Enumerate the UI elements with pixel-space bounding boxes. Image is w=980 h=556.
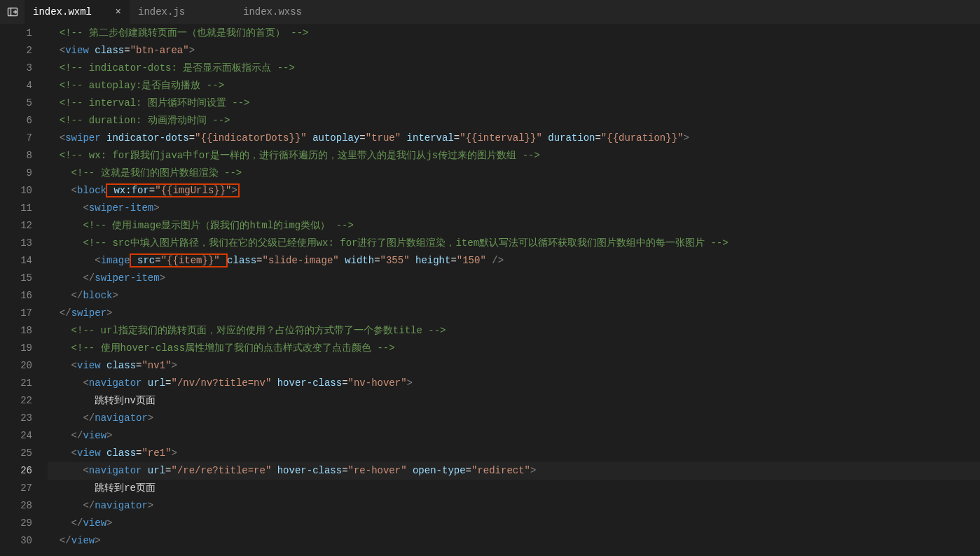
close-icon[interactable]: × [104, 6, 121, 18]
code-line[interactable]: </view> [48, 515, 980, 532]
code-editor[interactable]: 1234567891011121314151617181920212223242… [0, 25, 980, 556]
code-line[interactable]: 跳转到nv页面 [48, 392, 980, 410]
code-line[interactable]: <!-- 这就是我们的图片数组渲染 --> [48, 165, 980, 182]
code-line[interactable]: </navigator> [48, 497, 980, 515]
code-line[interactable]: <view class="btn-area"> [48, 42, 980, 60]
tab-label: index.wxss [243, 6, 302, 18]
code-line[interactable]: </swiper> [48, 305, 980, 322]
code-area[interactable]: <!-- 第二步创建跳转页面一（也就是我们的首页） --> <view clas… [48, 25, 980, 556]
tabs-bar: index.wxml × index.js index.wxss [0, 0, 980, 25]
highlight-src: src="{{item}}" [130, 253, 228, 267]
code-line[interactable]: <block wx:for="{{imgUrls}}"> [48, 182, 980, 200]
code-line[interactable]: <navigator url="/nv/nv?title=nv" hover-c… [48, 375, 980, 392]
highlight-wx-for: wx:for="{{imgUrls}}"> [106, 183, 240, 197]
code-line[interactable]: <!-- duration: 动画滑动时间 --> [48, 112, 980, 130]
code-line[interactable]: </navigator> [48, 410, 980, 427]
panel-toggle-icon[interactable] [0, 0, 25, 25]
code-line[interactable]: <swiper indicator-dots="{{indicatorDots}… [48, 130, 980, 147]
line-gutter: 1234567891011121314151617181920212223242… [0, 25, 48, 556]
tab-index-wxml[interactable]: index.wxml × [25, 0, 130, 25]
code-line[interactable]: <!-- 使用image显示图片（跟我们的html的img类似） --> [48, 217, 980, 235]
code-line[interactable]: <!-- src中填入图片路径，我们在它的父级已经使用wx: for进行了图片数… [48, 235, 980, 252]
code-line[interactable]: <swiper-item> [48, 200, 980, 217]
code-line[interactable]: </block> [48, 287, 980, 305]
code-line[interactable]: <!-- interval: 图片循环时间设置 --> [48, 95, 980, 112]
tab-index-wxss[interactable]: index.wxss [235, 0, 340, 25]
code-line[interactable]: <!-- indicator-dots: 是否显示面板指示点 --> [48, 60, 980, 77]
code-line[interactable]: <view class="nv1"> [48, 357, 980, 375]
tab-label: index.wxml [33, 6, 92, 18]
code-line[interactable]: </view> [48, 427, 980, 445]
tab-label: index.js [138, 6, 185, 18]
code-line[interactable]: <!-- 第二步创建跳转页面一（也就是我们的首页） --> [48, 25, 980, 42]
code-line[interactable]: <!-- 使用hover-class属性增加了我们的点击样式改变了点击颜色 --… [48, 340, 980, 357]
code-line[interactable]: <view class="re1"> [48, 445, 980, 462]
code-line[interactable]: <!-- wx: for跟我们java中for是一样的，进行循环遍历的，这里带入… [48, 147, 980, 165]
code-line[interactable]: 跳转到re页面 [48, 480, 980, 497]
code-line[interactable]: <!-- url指定我们的跳转页面，对应的使用？占位符的方式带了一个参数titl… [48, 322, 980, 340]
code-line[interactable]: <navigator url="/re/re?title=re" hover-c… [48, 462, 980, 480]
code-line[interactable]: </view> [48, 532, 980, 550]
code-line[interactable]: <image src="{{item}}" class="slide-image… [48, 252, 980, 270]
code-line[interactable]: </swiper-item> [48, 270, 980, 287]
tab-index-js[interactable]: index.js [130, 0, 235, 25]
code-line[interactable]: <!-- autoplay:是否自动播放 --> [48, 77, 980, 95]
